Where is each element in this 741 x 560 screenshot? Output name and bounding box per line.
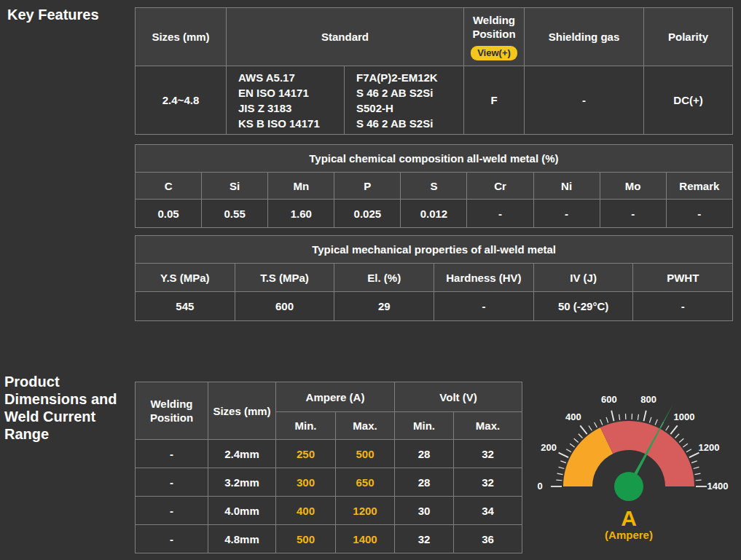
wp-value: - [136, 440, 208, 468]
svg-text:1200: 1200 [698, 442, 719, 453]
col-remark: Remark [666, 173, 732, 200]
mechanical-table-header-row: Y.S (MPa) T.S (MPa) El. (%) Hardness (HV… [136, 264, 733, 292]
wp-value: - [136, 468, 208, 497]
svg-text:600: 600 [601, 394, 617, 405]
gauge-unit-sublabel: (Ampere) [525, 529, 733, 541]
amp-max-value: 650 [336, 468, 395, 497]
col-s: S [401, 173, 467, 200]
val-hardness: - [434, 292, 534, 321]
chemical-values-row: 0.05 0.55 1.60 0.025 0.012 - - - - [136, 200, 733, 228]
val-el: 29 [334, 292, 434, 321]
col-p: P [334, 173, 401, 200]
amp-max-value: 1400 [336, 525, 395, 553]
volt-max-value: 32 [454, 468, 522, 497]
svg-text:800: 800 [640, 394, 656, 405]
volt-min-value: 28 [395, 440, 454, 468]
standard-codes-right: F7A(P)2-EM12K S 46 2 AB S2Si S502-H S 46… [345, 66, 464, 135]
standards-table: Sizes (mm) Standard Welding Position Vie… [135, 7, 733, 135]
shielding-gas-value: - [525, 66, 644, 135]
svg-text:1400: 1400 [707, 481, 729, 492]
current-table-header-row-1: Welding Position Sizes (mm) Ampere (A) V… [136, 382, 522, 412]
size-value: 4.8mm [208, 525, 276, 553]
welding-position-value: F [464, 66, 525, 135]
current-row-2-4mm: - 2.4mm 250 500 28 32 [136, 440, 522, 468]
chemical-table-title-row: Typical chemical composition all-weld me… [136, 145, 733, 173]
wp-value: - [136, 497, 208, 525]
welding-position-header: Welding Position View(+) [464, 8, 525, 66]
current-sizes-header: Sizes (mm) [208, 382, 276, 440]
amp-max-value: 500 [336, 440, 395, 468]
gauge-dial: 0200400600800100012001400 [525, 379, 741, 504]
ampere-header: Ampere (A) [276, 382, 395, 412]
col-mo: Mo [600, 173, 666, 200]
current-welding-position-header: Welding Position [136, 382, 208, 440]
ampere-max-header: Max. [336, 412, 395, 440]
standards-data-row: 2.4~4.8 AWS A5.17 EN ISO 14171 JIS Z 318… [136, 66, 733, 135]
svg-text:0: 0 [537, 481, 542, 492]
col-mn: Mn [268, 173, 334, 200]
volt-header: Volt (V) [395, 382, 522, 412]
volt-min-value: 30 [395, 497, 454, 525]
key-features-heading: Key Features [7, 6, 99, 23]
current-range-table: Welding Position Sizes (mm) Ampere (A) V… [135, 382, 522, 553]
size-value: 4.0mm [208, 497, 276, 525]
shielding-gas-header: Shielding gas [525, 8, 644, 66]
val-mo: - [600, 200, 666, 228]
val-ni: - [533, 200, 600, 228]
volt-max-value: 34 [454, 497, 522, 525]
amp-min-value: 300 [276, 468, 336, 497]
volt-max-value: 36 [454, 525, 522, 553]
volt-max-header: Max. [454, 412, 522, 440]
volt-max-value: 32 [454, 440, 522, 468]
product-dimensions-heading: Product Dimensions and Weld Current Rang… [4, 373, 130, 443]
val-si: 0.55 [202, 200, 268, 228]
volt-min-value: 32 [395, 525, 454, 553]
sizes-header: Sizes (mm) [136, 8, 227, 66]
val-p: 0.025 [334, 200, 401, 228]
chemical-table-header-row: C Si Mn P S Cr Ni Mo Remark [136, 173, 733, 200]
standard-codes-left: AWS A5.17 EN ISO 14171 JIS Z 3183 KS B I… [227, 66, 345, 135]
size-value: 2.4mm [208, 440, 276, 468]
polarity-header: Polarity [644, 8, 733, 66]
ampere-min-header: Min. [276, 412, 336, 440]
col-hardness: Hardness (HV) [434, 264, 534, 292]
col-ys: Y.S (MPa) [136, 264, 235, 292]
svg-text:400: 400 [565, 411, 581, 422]
standards-header-row: Sizes (mm) Standard Welding Position Vie… [136, 8, 733, 66]
mechanical-table-title: Typical mechanical properties of all-wel… [136, 236, 733, 264]
current-row-3-2mm: - 3.2mm 300 650 28 32 [136, 468, 522, 497]
val-pwht: - [633, 292, 733, 321]
amp-min-value: 400 [276, 497, 336, 525]
svg-text:1000: 1000 [674, 411, 695, 422]
val-ts: 600 [235, 292, 334, 321]
volt-min-value: 28 [395, 468, 454, 497]
chemical-composition-table: Typical chemical composition all-weld me… [135, 144, 733, 228]
current-row-4-8mm: - 4.8mm 500 1400 32 36 [136, 525, 522, 553]
val-mn: 1.60 [268, 200, 334, 228]
view-button[interactable]: View(+) [471, 46, 517, 60]
val-ys: 545 [136, 292, 235, 321]
col-iv: IV (J) [533, 264, 633, 292]
col-cr: Cr [467, 173, 533, 200]
wp-value: - [136, 525, 208, 553]
chemical-table-title: Typical chemical composition all-weld me… [136, 145, 733, 173]
standard-header: Standard [227, 8, 464, 66]
val-remark: - [666, 200, 732, 228]
welding-position-label: Welding Position [464, 13, 524, 41]
volt-min-header: Min. [395, 412, 454, 440]
mechanical-properties-table: Typical mechanical properties of all-wel… [135, 235, 733, 321]
val-cr: - [467, 200, 533, 228]
current-row-4-0mm: - 4.0mm 400 1200 30 34 [136, 497, 522, 525]
sizes-value: 2.4~4.8 [136, 66, 227, 135]
col-ni: Ni [533, 173, 600, 200]
amp-min-value: 500 [276, 525, 336, 553]
mechanical-values-row: 545 600 29 - 50 (-29°C) - [136, 292, 733, 321]
ampere-gauge: 0200400600800100012001400 A (Ampere) [525, 379, 741, 560]
gauge-unit-label: A [525, 507, 733, 530]
amp-max-value: 1200 [336, 497, 395, 525]
col-pwht: PWHT [633, 264, 733, 292]
amp-min-value: 250 [276, 440, 336, 468]
svg-text:200: 200 [541, 442, 557, 453]
val-s: 0.012 [401, 200, 467, 228]
mechanical-table-title-row: Typical mechanical properties of all-wel… [136, 236, 733, 264]
